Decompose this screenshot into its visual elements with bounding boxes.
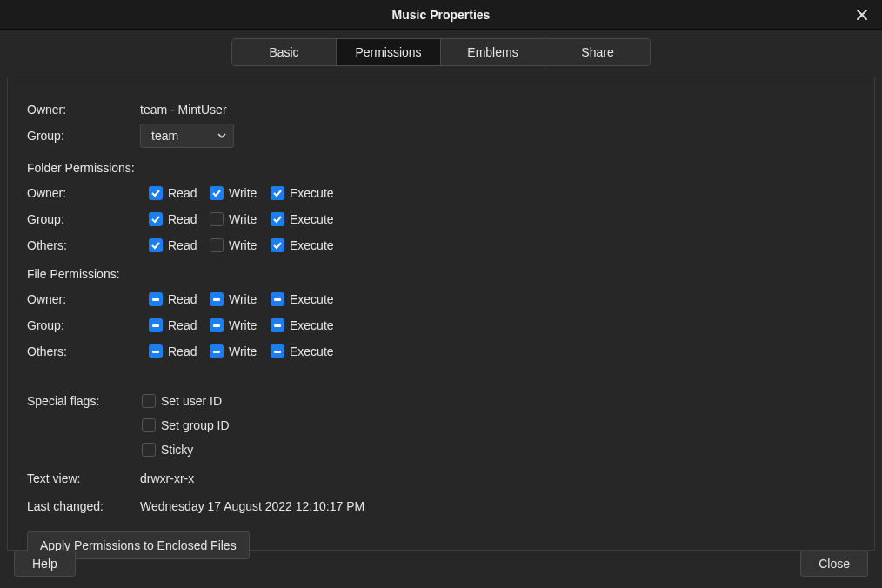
- folder-permissions-grid: Owner: Read Write Execute Group: Read: [27, 180, 855, 258]
- group-label: Group:: [27, 129, 140, 143]
- owner-row: Owner: team - MintUser: [27, 97, 855, 123]
- file-others-write-checkbox[interactable]: [210, 344, 224, 358]
- text-view-row: Text view: drwxr-xr-x: [27, 465, 855, 491]
- folder-owner-execute-checkbox[interactable]: [271, 186, 284, 200]
- file-group-row: Group: Read Write Execute: [27, 312, 855, 338]
- special-flags: Special flags: Set user ID Set group ID …: [27, 389, 855, 462]
- last-changed-row: Last changed: Wednesday 17 August 2022 1…: [27, 493, 855, 519]
- folder-others-write-checkbox[interactable]: [210, 238, 224, 252]
- read-label: Read: [168, 238, 197, 252]
- file-owner-write-checkbox[interactable]: [210, 292, 224, 306]
- sticky-label: Sticky: [161, 443, 193, 457]
- read-label: Read: [168, 318, 197, 332]
- setuid-label: Set user ID: [161, 394, 222, 408]
- folder-group-execute-checkbox[interactable]: [271, 212, 284, 226]
- folder-others-execute-checkbox[interactable]: [271, 238, 284, 252]
- window-title: Music Properties: [0, 8, 882, 22]
- execute-label: Execute: [290, 238, 334, 252]
- folder-others-row: Others: Read Write Execute: [27, 232, 855, 258]
- write-label: Write: [229, 212, 257, 226]
- write-label: Write: [229, 344, 257, 358]
- file-group-execute-checkbox[interactable]: [271, 318, 284, 332]
- help-button[interactable]: Help: [14, 551, 76, 577]
- sticky-checkbox[interactable]: [142, 443, 156, 457]
- close-button[interactable]: Close: [800, 551, 868, 577]
- folder-others-read-checkbox[interactable]: [149, 238, 163, 252]
- owner-label: Owner:: [27, 103, 140, 117]
- dialog-button-bar: Help Close: [0, 539, 882, 588]
- file-permissions-title: File Permissions:: [27, 267, 855, 281]
- write-label: Write: [229, 186, 257, 200]
- tabs-row: Basic Permissions Emblems Share: [0, 30, 882, 77]
- text-view-value: drwxr-xr-x: [140, 471, 194, 485]
- execute-label: Execute: [290, 318, 334, 332]
- tab-basic[interactable]: Basic: [232, 39, 337, 65]
- folder-permissions-title: Folder Permissions:: [27, 161, 855, 175]
- read-label: Read: [168, 292, 197, 306]
- group-select[interactable]: team: [140, 124, 234, 148]
- close-icon: [856, 9, 868, 21]
- read-label: Read: [168, 212, 197, 226]
- setgid-checkbox[interactable]: [142, 418, 156, 432]
- write-label: Write: [229, 292, 257, 306]
- folder-owner-label: Owner:: [27, 186, 149, 200]
- file-owner-label: Owner:: [27, 292, 149, 306]
- setuid-checkbox[interactable]: [142, 394, 156, 408]
- special-flags-title: Special flags:: [27, 394, 142, 408]
- execute-label: Execute: [290, 292, 334, 306]
- folder-group-write-checkbox[interactable]: [210, 212, 224, 226]
- file-others-row: Others: Read Write Execute: [27, 338, 855, 364]
- window-close-button[interactable]: [849, 0, 875, 30]
- file-owner-read-checkbox[interactable]: [149, 292, 163, 306]
- read-label: Read: [168, 344, 197, 358]
- titlebar: Music Properties: [0, 0, 882, 30]
- execute-label: Execute: [290, 186, 334, 200]
- tabs: Basic Permissions Emblems Share: [231, 38, 651, 66]
- chevron-down-icon: [217, 131, 226, 140]
- folder-group-row: Group: Read Write Execute: [27, 206, 855, 232]
- file-group-write-checkbox[interactable]: [210, 318, 224, 332]
- file-group-label: Group:: [27, 318, 149, 332]
- text-view-label: Text view:: [27, 471, 140, 485]
- execute-label: Execute: [290, 344, 334, 358]
- file-others-read-checkbox[interactable]: [149, 344, 163, 358]
- last-changed-value: Wednesday 17 August 2022 12:10:17 PM: [140, 499, 364, 513]
- folder-owner-write-checkbox[interactable]: [210, 186, 224, 200]
- tab-permissions[interactable]: Permissions: [337, 39, 441, 65]
- owner-value: team - MintUser: [140, 103, 227, 117]
- last-changed-label: Last changed:: [27, 499, 140, 513]
- write-label: Write: [229, 238, 257, 252]
- group-row: Group: team: [27, 123, 855, 149]
- file-others-execute-checkbox[interactable]: [271, 344, 284, 358]
- read-label: Read: [168, 186, 197, 200]
- folder-owner-read-checkbox[interactable]: [149, 186, 163, 200]
- setgid-label: Set group ID: [161, 418, 230, 432]
- tab-share[interactable]: Share: [545, 39, 650, 65]
- tab-emblems[interactable]: Emblems: [441, 39, 545, 65]
- folder-group-read-checkbox[interactable]: [149, 212, 163, 226]
- file-group-read-checkbox[interactable]: [149, 318, 163, 332]
- file-others-label: Others:: [27, 344, 149, 358]
- execute-label: Execute: [290, 212, 334, 226]
- file-permissions-grid: Owner: Read Write Execute Group: Read: [27, 286, 855, 364]
- folder-owner-row: Owner: Read Write Execute: [27, 180, 855, 206]
- folder-others-label: Others:: [27, 238, 149, 252]
- file-owner-execute-checkbox[interactable]: [271, 292, 284, 306]
- write-label: Write: [229, 318, 257, 332]
- folder-group-label: Group:: [27, 212, 149, 226]
- group-select-value: team: [151, 129, 178, 143]
- file-owner-row: Owner: Read Write Execute: [27, 286, 855, 312]
- permissions-panel: Owner: team - MintUser Group: team Folde…: [7, 77, 875, 551]
